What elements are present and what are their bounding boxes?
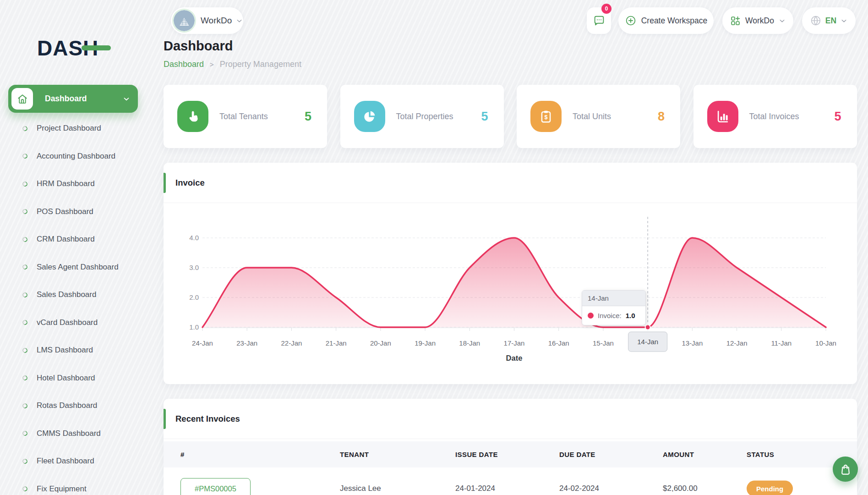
column-header-status: STATUS	[747, 441, 774, 468]
sidebar: DASH Dashboard Project Dashboard Account…	[0, 0, 156, 495]
apps-grid-icon	[730, 15, 741, 27]
stat-label: Total Tenants	[219, 112, 268, 121]
invoice-area-chart[interactable]: 4.03.02.01.024-Jan23-Jan22-Jan21-Jan20-J…	[164, 203, 857, 384]
sidebar-item-lms-dashboard[interactable]: LMS Dashboard	[0, 336, 156, 364]
apps-menu-label: WorkDo	[745, 16, 774, 26]
stat-card-total-properties: Total Properties 5	[340, 85, 504, 148]
apps-menu-button[interactable]: WorkDo	[722, 7, 793, 34]
sidebar-item-label: Rotas Dashboard	[37, 401, 97, 410]
stat-card-total-invoices: Total Invoices 5	[693, 85, 857, 148]
svg-text:16-Jan: 16-Jan	[548, 339, 569, 347]
sidebar-item-label: Project Dashboard	[37, 124, 101, 133]
sidebar-item-sales-agent-dashboard[interactable]: Sales Agent Dashboard	[0, 253, 156, 281]
svg-text:11-Jan: 11-Jan	[771, 339, 792, 347]
invoice-panel-title: Invoice	[175, 178, 205, 188]
svg-text:17-Jan: 17-Jan	[504, 339, 525, 347]
chevron-down-icon	[122, 95, 131, 103]
tooltip-value: 1.0	[626, 312, 635, 319]
logo-dash-accent	[82, 45, 111, 50]
svg-text:$: $	[544, 114, 547, 121]
svg-text:15-Jan: 15-Jan	[593, 339, 614, 347]
svg-text:20-Jan: 20-Jan	[370, 339, 391, 347]
stat-value: 5	[305, 110, 311, 124]
shop-fab-button[interactable]	[833, 456, 858, 482]
svg-text:1.0: 1.0	[189, 323, 199, 331]
stat-label: Total Units	[573, 112, 611, 121]
globe-icon	[810, 15, 822, 27]
workspace-avatar	[174, 10, 195, 31]
sidebar-item-hrm-dashboard[interactable]: HRM Dashboard	[0, 170, 156, 198]
shopping-bag-icon	[839, 463, 852, 476]
sidebar-item-label: HRM Dashboard	[37, 179, 95, 188]
sidebar-item-label: Fix Equipment	[37, 484, 87, 494]
recent-invoices-title: Recent Invoices	[175, 414, 240, 424]
sidebar-item-hotel-dashboard[interactable]: Hotel Dashboard	[0, 364, 156, 392]
circle-bullet-icon	[22, 458, 28, 465]
chevron-down-icon	[778, 17, 786, 25]
recent-invoices-panel: Recent Invoices #TENANTISSUE DATEDUE DAT…	[164, 399, 857, 495]
sidebar-item-cmms-dashboard[interactable]: CMMS Dashboard	[0, 420, 156, 448]
sidebar-item-label: Hotel Dashboard	[37, 374, 95, 383]
tenant-cell: Jessica Lee	[340, 484, 381, 493]
tooltip-date: 14-Jan	[582, 291, 645, 306]
dash-logo[interactable]: DASH	[37, 36, 120, 61]
svg-text:14-Jan: 14-Jan	[637, 338, 658, 346]
sidebar-item-rotas-dashboard[interactable]: Rotas Dashboard	[0, 392, 156, 420]
language-selector[interactable]: EN	[802, 7, 856, 34]
circle-bullet-icon	[22, 208, 28, 215]
svg-text:21-Jan: 21-Jan	[326, 339, 347, 347]
invoice-chart-panel: Invoice 4.03.02.01.024-Jan23-Jan22-Jan21…	[164, 163, 857, 384]
chart-tooltip: 14-Jan Invoice: 1.0	[582, 290, 646, 325]
property-management-dashboard: DASH Dashboard Project Dashboard Account…	[0, 0, 868, 495]
invoice-id-link[interactable]: #PMS00005	[180, 478, 251, 495]
sidebar-item-pos-dashboard[interactable]: POS Dashboard	[0, 198, 156, 226]
circle-bullet-icon	[22, 485, 28, 492]
svg-text:18-Jan: 18-Jan	[459, 339, 480, 347]
breadcrumb-dashboard-link[interactable]: Dashboard	[164, 60, 204, 69]
sidebar-item-fix-equipment[interactable]: Fix Equipment	[0, 475, 156, 495]
sidebar-item-crm-dashboard[interactable]: CRM Dashboard	[0, 226, 156, 253]
sidebar-item-label: vCard Dashboard	[37, 318, 98, 327]
chevron-down-icon	[235, 17, 243, 25]
svg-text:22-Jan: 22-Jan	[281, 339, 302, 347]
svg-text:3.0: 3.0	[189, 264, 199, 271]
create-workspace-button[interactable]: Create Workspace	[618, 7, 714, 34]
sidebar-item-dashboard-active[interactable]: Dashboard	[8, 85, 138, 113]
column-header-tenant: TENANT	[340, 441, 369, 468]
sidebar-item-label: Sales Agent Dashboard	[37, 263, 119, 272]
circle-bullet-icon	[22, 153, 28, 160]
sidebar-item-label: LMS Dashboard	[37, 346, 93, 355]
stat-card-total-units: $ Total Units 8	[517, 85, 680, 148]
column-header-amount: AMOUNT	[663, 441, 694, 468]
clipboard-dollar-icon: $	[530, 101, 562, 132]
home-icon	[11, 88, 33, 110]
svg-text:2.0: 2.0	[189, 293, 199, 301]
svg-text:Date: Date	[506, 354, 523, 362]
unread-count-badge: 0	[601, 4, 611, 14]
sidebar-item-project-dashboard[interactable]: Project Dashboard	[0, 115, 156, 143]
hand-pointer-icon	[177, 101, 208, 132]
invoices-table-header: #TENANTISSUE DATEDUE DATEAMOUNTSTATUS	[164, 441, 857, 468]
workspace-name: WorkDo	[201, 16, 232, 26]
stat-value: 8	[658, 110, 665, 124]
breadcrumb: Dashboard > Property Management	[164, 60, 301, 69]
sidebar-item-accounting-dashboard[interactable]: Accounting Dashboard	[0, 143, 156, 170]
circle-bullet-icon	[22, 430, 28, 437]
issue-date-cell: 24-01-2024	[455, 484, 495, 493]
circle-bullet-icon	[22, 374, 28, 381]
sidebar-active-label: Dashboard	[45, 94, 122, 104]
sidebar-item-vcard-dashboard[interactable]: vCard Dashboard	[0, 309, 156, 337]
breadcrumb-current: Property Management	[220, 60, 301, 69]
column-header-due-date: DUE DATE	[559, 441, 595, 468]
sidebar-item-sales-dashboard[interactable]: Sales Dashboard	[0, 281, 156, 309]
stat-value: 5	[834, 110, 841, 124]
workspace-switcher[interactable]: WorkDo	[171, 7, 243, 34]
invoice-panel-header: Invoice	[164, 163, 857, 203]
circle-bullet-icon	[22, 264, 28, 270]
circle-bullet-icon	[22, 402, 28, 409]
sidebar-item-fleet-dashboard[interactable]: Fleet Dashboard	[0, 447, 156, 475]
sidebar-item-label: CMMS Dashboard	[37, 429, 101, 438]
bar-chart-icon	[707, 101, 738, 132]
sidebar-item-label: Sales Dashboard	[37, 290, 96, 299]
sidebar-item-label: POS Dashboard	[37, 207, 93, 216]
